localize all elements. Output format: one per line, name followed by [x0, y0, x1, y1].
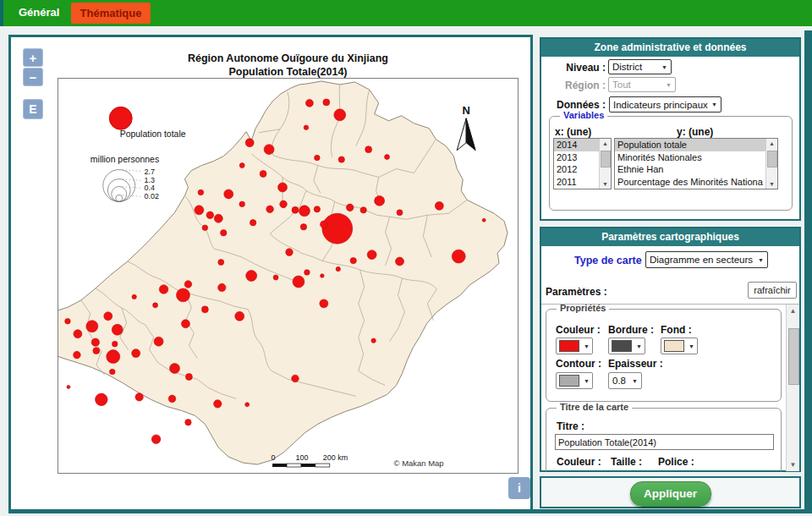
- chevron-down-icon: [584, 378, 590, 384]
- couleur-swatch-select[interactable]: [556, 338, 593, 354]
- map-title-line2: Population Totale(2014): [58, 65, 518, 79]
- population-circle: [452, 250, 465, 263]
- scale-label-200: 200 km: [323, 453, 348, 462]
- zoom-in-button[interactable]: +: [23, 48, 43, 67]
- population-circle: [202, 225, 208, 231]
- fond-swatch-select[interactable]: [661, 338, 698, 354]
- population-circle: [482, 218, 486, 222]
- scroll-down-icon[interactable]: [787, 459, 799, 470]
- params-scrollbar[interactable]: [786, 305, 799, 471]
- y-listbox[interactable]: Population totaleMinorités NationalesEth…: [614, 138, 778, 189]
- params-panel-header: Paramètres cartographiques: [541, 228, 799, 246]
- population-circle: [273, 275, 278, 280]
- bordure-swatch-select[interactable]: [608, 338, 645, 354]
- tab-thematique[interactable]: Thématique: [71, 3, 151, 24]
- population-circle: [286, 249, 294, 256]
- population-circle: [109, 369, 115, 375]
- info-button[interactable]: i: [508, 477, 530, 499]
- listbox-option[interactable]: 2014: [554, 139, 599, 151]
- listbox-scrollbar[interactable]: [599, 139, 611, 189]
- legend-unit-label: million personnes: [91, 155, 159, 164]
- contour-chip: [559, 375, 579, 387]
- listbox-option[interactable]: 2012: [554, 163, 599, 176]
- listbox-option[interactable]: Ethnie Han: [615, 163, 765, 176]
- listbox-option[interactable]: Population totale: [615, 139, 765, 151]
- scroll-up-icon[interactable]: [766, 139, 777, 148]
- refresh-button[interactable]: rafraîchir: [748, 282, 797, 299]
- apply-button[interactable]: Appliquer: [630, 481, 711, 507]
- population-circle: [201, 306, 208, 313]
- legend-size-value: 0.02: [145, 192, 159, 200]
- topbar: Général Thématique: [0, 0, 812, 26]
- population-circle: [304, 270, 310, 276]
- scroll-up-icon[interactable]: [787, 305, 799, 316]
- tab-general[interactable]: Général: [19, 6, 59, 19]
- legend-size-value: 2.7: [145, 167, 155, 176]
- contour-swatch-select[interactable]: [556, 372, 593, 389]
- population-circle: [96, 393, 108, 406]
- population-circle: [264, 145, 274, 155]
- chevron-down-icon: [661, 64, 667, 70]
- legend-symbol-label: Population totale: [120, 129, 186, 139]
- population-circle: [132, 349, 140, 358]
- scroll-down-icon[interactable]: [600, 179, 611, 189]
- population-circle: [198, 189, 204, 195]
- population-circle: [304, 125, 309, 130]
- population-circle: [112, 341, 118, 347]
- apply-panel: Appliquer: [540, 476, 801, 508]
- scale-bar: 0 100 200 km: [272, 453, 348, 467]
- scroll-up-icon[interactable]: [600, 139, 611, 148]
- region-select[interactable]: Tout: [608, 77, 676, 92]
- type-carte-select[interactable]: Diagramme en secteurs: [645, 251, 768, 268]
- population-circle: [93, 348, 100, 354]
- population-circle: [170, 364, 180, 374]
- titre-label: Titre :: [557, 420, 584, 432]
- couleur-chip: [559, 340, 579, 352]
- titre-couleur-label: Couleur :: [557, 456, 601, 468]
- donnees-select[interactable]: Indicateurs principaux: [609, 96, 721, 113]
- population-circle: [334, 109, 346, 121]
- population-circle: [300, 224, 306, 230]
- listbox-option[interactable]: Pourcentage des Minorités Nationa: [615, 176, 765, 189]
- listbox-option[interactable]: Minorités Nationales: [615, 151, 765, 164]
- population-circle: [154, 337, 163, 346]
- population-circle: [314, 206, 320, 212]
- map-canvas[interactable]: Population totale million personnes 2.71…: [58, 79, 518, 473]
- scrollbar-thumb[interactable]: [767, 151, 777, 167]
- listbox-option[interactable]: 2011: [554, 176, 599, 189]
- listbox-scrollbar[interactable]: [765, 139, 777, 189]
- niveau-label: Niveau :: [541, 62, 606, 74]
- population-circle: [235, 311, 244, 321]
- niveau-select[interactable]: District: [608, 59, 672, 74]
- population-circle: [135, 393, 143, 401]
- listbox-option[interactable]: 2013: [554, 151, 599, 164]
- population-circle: [322, 213, 353, 244]
- x-listbox[interactable]: 2014201320122011: [553, 138, 612, 189]
- proprietes-fieldset: Propriétés Couleur : Bordure : Fond : Co…: [546, 309, 782, 402]
- scrollbar-thumb[interactable]: [788, 328, 799, 385]
- population-circle: [218, 283, 226, 291]
- population-circle: [320, 299, 328, 308]
- chevron-down-icon: [666, 82, 672, 88]
- population-circle: [107, 350, 120, 364]
- scrollbar-thumb[interactable]: [601, 151, 611, 167]
- population-circle: [299, 206, 310, 217]
- scroll-down-icon[interactable]: [766, 179, 777, 189]
- population-circle: [396, 257, 404, 266]
- topbar-left-edge: [0, 0, 3, 26]
- zone-panel-header: Zone administrative et données: [541, 39, 799, 57]
- epaisseur-select[interactable]: 0.8: [608, 372, 642, 389]
- population-circle: [159, 285, 168, 294]
- population-circle: [185, 374, 192, 381]
- chevron-down-icon: [632, 378, 638, 384]
- extent-button[interactable]: E: [23, 99, 43, 119]
- donnees-value: Indicateurs principaux: [613, 100, 708, 110]
- population-circle: [435, 201, 443, 210]
- chevron-down-icon: [636, 343, 642, 349]
- titre-input[interactable]: [555, 434, 774, 450]
- population-circle: [246, 271, 257, 282]
- map-title: Région Autonome Ouïgoure du Xinjiang Pop…: [58, 52, 518, 79]
- population-circle: [67, 385, 70, 388]
- population-circle: [74, 351, 81, 359]
- zoom-out-button[interactable]: −: [23, 68, 43, 86]
